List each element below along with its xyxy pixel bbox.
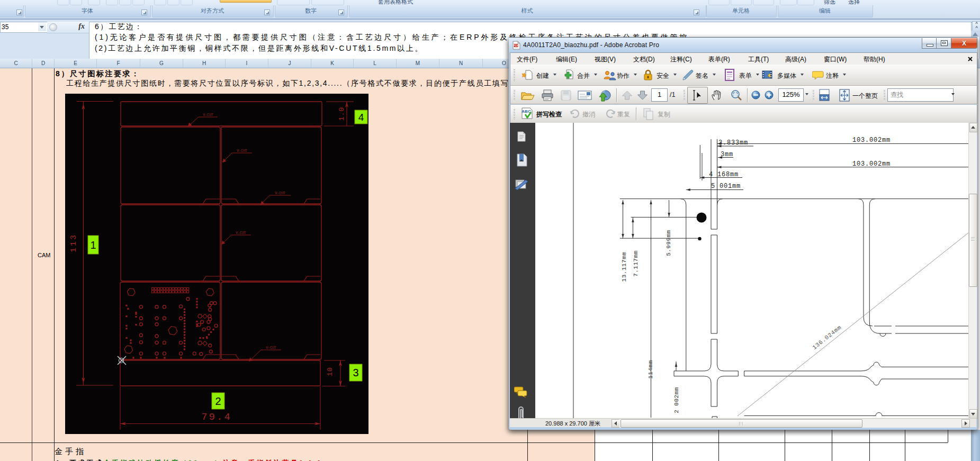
svg-text:7.117mm: 7.117mm — [633, 250, 639, 277]
svg-text:103.002mm: 103.002mm — [852, 137, 891, 144]
svg-text:10: 10 — [326, 367, 334, 376]
svg-text:103.002mm: 103.002mm — [852, 160, 891, 168]
svg-text:V-CUT: V-CUT — [203, 113, 213, 117]
svg-text:V-CUT: V-CUT — [236, 231, 246, 235]
svg-text:2: 2 — [215, 395, 221, 407]
svg-text:5 001mm: 5 001mm — [711, 183, 741, 190]
svg-text:5.999mm: 5.999mm — [666, 230, 672, 256]
svg-text:V-CUT: V-CUT — [237, 149, 247, 153]
svg-text:1.0: 1.0 — [338, 107, 346, 121]
svg-text:X: X — [962, 40, 966, 47]
svg-text:114mm: 114mm — [648, 360, 654, 379]
svg-text:3: 3 — [353, 367, 358, 378]
svg-text:3.833mm: 3.833mm — [718, 139, 748, 147]
svg-text:79.4: 79.4 — [201, 411, 232, 423]
svg-text:V-CUT: V-CUT — [266, 346, 276, 350]
svg-text:13.117mm: 13.117mm — [621, 252, 627, 282]
svg-text:136.024mm: 136.024mm — [811, 324, 843, 351]
svg-text:3mm: 3mm — [721, 151, 733, 158]
svg-text:V-CUT: V-CUT — [275, 192, 285, 195]
svg-text:4: 4 — [358, 112, 364, 123]
svg-text:PDF: PDF — [513, 44, 519, 47]
svg-text:113: 113 — [69, 233, 78, 252]
svg-text:4 168mm: 4 168mm — [709, 171, 739, 178]
svg-text:2 002mm: 2 002mm — [673, 387, 680, 413]
svg-text:1: 1 — [90, 239, 96, 251]
